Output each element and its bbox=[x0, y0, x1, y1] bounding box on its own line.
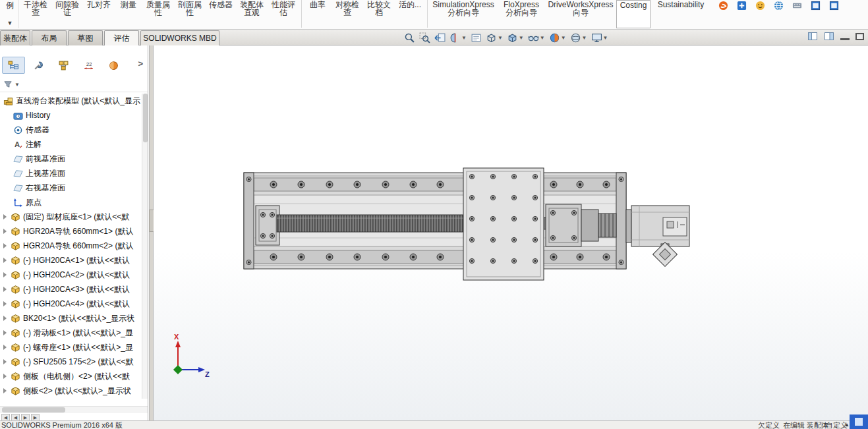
tree-item-root[interactable]: 直线滑台装配模型 (默认<默认_显示 bbox=[0, 94, 142, 108]
dimxpertmanager-tab[interactable] bbox=[77, 57, 100, 74]
dynamic-annotation-views-button[interactable] bbox=[469, 30, 484, 45]
scrollbar-thumb[interactable] bbox=[143, 94, 148, 142]
bearing-block-right[interactable] bbox=[546, 204, 581, 246]
curvature-button[interactable]: 曲率 bbox=[304, 0, 331, 28]
configurationmanager-tab[interactable] bbox=[52, 57, 75, 74]
interference-check-button[interactable]: 干涉检查 bbox=[20, 0, 51, 28]
tree-item-history[interactable]: History bbox=[0, 108, 142, 123]
tab-evaluate[interactable]: 评估 bbox=[104, 30, 139, 45]
expand-arrow-icon[interactable] bbox=[3, 359, 7, 364]
driveworksxpress-button[interactable]: DriveWorksXpress向导 bbox=[546, 0, 615, 28]
tree-item-component[interactable]: (固定) 型材底座<1> (默认<<默 bbox=[0, 210, 142, 224]
featuremanager-tree-tab[interactable] bbox=[2, 57, 25, 74]
tree-item-component[interactable]: (-) SFU2505 175<2> (默认<<默 bbox=[0, 355, 142, 369]
minimize-icon[interactable] bbox=[840, 32, 850, 40]
tree-item-plane-front[interactable]: 前视基准面 bbox=[0, 152, 142, 166]
active-docs-button[interactable]: 活的... bbox=[395, 0, 424, 28]
tree-item-component[interactable]: HGR20A导轨 660mm<2> (默认 bbox=[0, 239, 142, 253]
expand-arrow-icon[interactable] bbox=[3, 388, 7, 393]
tree-filter-bar[interactable]: ▼ bbox=[0, 78, 148, 92]
view-orientation-button[interactable]: ▼ bbox=[484, 30, 505, 45]
keyboard-icon[interactable] bbox=[792, 1, 802, 11]
tab-solidworks-mbd[interactable]: SOLIDWORKS MBD bbox=[140, 30, 219, 45]
tree-item-component[interactable]: (-) 滑动板<1> (默认<<默认>_显 bbox=[0, 326, 142, 340]
globe-icon[interactable] bbox=[774, 1, 784, 11]
tree-item-sensors[interactable]: 传感器 bbox=[0, 123, 142, 137]
expand-arrow-icon[interactable] bbox=[3, 214, 7, 219]
view-settings-button[interactable]: ▼ bbox=[589, 30, 610, 45]
window-icon[interactable] bbox=[811, 1, 821, 11]
assembly-visualization-button[interactable]: 装配体直观 bbox=[237, 0, 267, 28]
panel-splitter[interactable] bbox=[149, 45, 154, 420]
compare-documents-button[interactable]: 比较文档 bbox=[364, 0, 394, 28]
tree-item-component[interactable]: 侧板<2> (默认<<默认>_显示状 bbox=[0, 384, 142, 398]
section-view-button[interactable]: ▼ bbox=[448, 30, 469, 45]
ribbon-overflow-button[interactable]: 例 ▼ bbox=[1, 0, 18, 26]
tree-item-component[interactable]: (-) HGH20CA<1> (默认<<默认 bbox=[0, 253, 142, 268]
tree-item-component[interactable]: 侧板（电机侧）<2> (默认<<默 bbox=[0, 369, 142, 384]
motor[interactable] bbox=[626, 206, 689, 246]
tree-item-origin[interactable]: 原点 bbox=[0, 195, 142, 210]
performance-evaluation-button[interactable]: 性能评估 bbox=[268, 0, 299, 28]
restore-icon[interactable] bbox=[855, 33, 864, 40]
expand-arrow-icon[interactable] bbox=[3, 229, 7, 234]
propertymanager-tab[interactable] bbox=[27, 57, 50, 74]
graphics-viewport[interactable]: X Z bbox=[154, 45, 868, 420]
filter-funnel-icon bbox=[3, 80, 13, 90]
window-icon[interactable] bbox=[829, 1, 839, 11]
mass-properties-button[interactable]: 质量属性 bbox=[143, 0, 173, 28]
tree-item-component[interactable]: (-) 螺母座<1> (默认<<默认>_显 bbox=[0, 340, 142, 355]
panel-expand-chevron-icon[interactable]: > bbox=[138, 59, 143, 69]
expand-arrow-icon[interactable] bbox=[3, 330, 7, 335]
previous-view-button[interactable] bbox=[432, 30, 448, 45]
tab-layout[interactable]: 布局 bbox=[32, 30, 67, 45]
face-icon[interactable] bbox=[755, 1, 765, 11]
expand-arrow-icon[interactable] bbox=[3, 258, 7, 263]
zoom-to-fit-button[interactable] bbox=[402, 30, 417, 45]
coupling[interactable] bbox=[581, 210, 616, 241]
expand-arrow-icon[interactable] bbox=[3, 345, 7, 350]
symmetry-check-button[interactable]: 对称检查 bbox=[332, 0, 362, 28]
clearance-verify-button[interactable]: 间隙验证 bbox=[52, 0, 82, 28]
carriage-plate[interactable] bbox=[463, 168, 544, 280]
expand-arrow-icon[interactable] bbox=[3, 374, 7, 379]
plus-icon[interactable] bbox=[737, 1, 747, 11]
tree-item-plane-right[interactable]: 右视基准面 bbox=[0, 181, 142, 195]
section-properties-button[interactable]: 剖面属性 bbox=[175, 0, 205, 28]
floxpress-button[interactable]: FloXpress分析向导 bbox=[498, 0, 545, 28]
hole-alignment-button[interactable]: 孔对齐 bbox=[84, 0, 114, 28]
expand-arrow-icon[interactable] bbox=[3, 243, 7, 248]
expand-arrow-icon[interactable] bbox=[3, 272, 7, 277]
pane-left-icon[interactable] bbox=[807, 31, 818, 42]
tab-sketch[interactable]: 草图 bbox=[68, 30, 103, 45]
apply-scene-button[interactable]: ▼ bbox=[568, 30, 589, 45]
tree-item-component[interactable]: (-) HGH20CA<2> (默认<<默认 bbox=[0, 268, 142, 282]
measure-button[interactable]: 测量 bbox=[115, 0, 142, 28]
tree-item-component[interactable]: BK20<1> (默认<<默认>_显示状 bbox=[0, 311, 142, 326]
tree-item-component[interactable]: (-) HGH20CA<3> (默认<<默认 bbox=[0, 282, 142, 297]
end-plate-right[interactable] bbox=[616, 173, 626, 269]
tree-item-plane-top[interactable]: 上视基准面 bbox=[0, 166, 142, 181]
tree-item-component[interactable]: (-) HGH20CA<4> (默认<<默认 bbox=[0, 297, 142, 311]
end-plate-left[interactable] bbox=[244, 173, 254, 269]
pane-right-icon[interactable] bbox=[824, 31, 834, 42]
simulationxpress-button[interactable]: SimulationXpress分析向导 bbox=[430, 0, 496, 28]
bearing-support-left[interactable] bbox=[256, 206, 279, 245]
expand-arrow-icon[interactable] bbox=[3, 301, 7, 306]
brand-icon[interactable] bbox=[718, 1, 728, 11]
zoom-to-area-button[interactable] bbox=[417, 30, 432, 45]
scrollbar-thumb[interactable] bbox=[2, 407, 65, 413]
display-style-button[interactable]: ▼ bbox=[505, 30, 526, 45]
costing-button[interactable]: Costing bbox=[616, 0, 651, 28]
edit-appearance-button[interactable]: ▼ bbox=[547, 30, 568, 45]
expand-arrow-icon[interactable] bbox=[3, 316, 7, 321]
tab-assembly[interactable]: 装配体 bbox=[0, 30, 30, 45]
expand-arrow-icon[interactable] bbox=[3, 287, 7, 292]
graphics-area[interactable]: X Z bbox=[154, 45, 868, 420]
displaymanager-tab[interactable] bbox=[102, 57, 125, 74]
sensors-button[interactable]: 传感器 bbox=[206, 0, 235, 28]
hide-show-items-button[interactable]: ▼ bbox=[526, 30, 547, 45]
sustainability-button[interactable]: Sustainability bbox=[652, 0, 710, 28]
tree-item-annotations[interactable]: 注解 bbox=[0, 137, 142, 152]
tree-item-component[interactable]: HGR20A导轨 660mm<1> (默认 bbox=[0, 224, 142, 239]
